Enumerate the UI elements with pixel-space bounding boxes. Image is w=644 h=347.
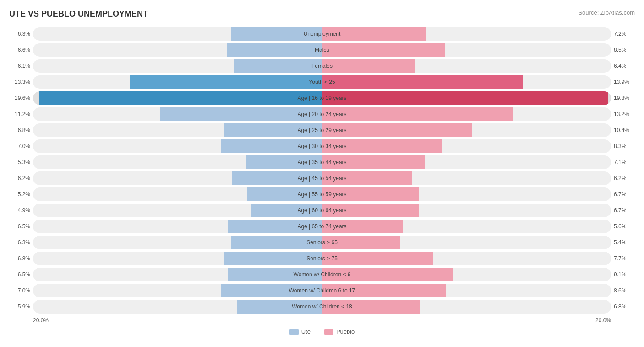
bar-label-10: Age | 55 to 59 years <box>297 191 346 198</box>
val-right-10: 6.7% <box>611 191 635 198</box>
bar-row-9: 6.2%Age | 45 to 54 years6.2% <box>9 171 635 185</box>
val-right-13: 5.4% <box>611 239 635 246</box>
val-left-5: 11.2% <box>9 111 33 117</box>
bars-area-4: Age | 16 to 19 years <box>33 91 611 105</box>
val-right-9: 6.2% <box>611 175 635 182</box>
bar-row-1: 6.6%Males8.5% <box>9 43 635 57</box>
val-left-6: 6.8% <box>9 127 33 133</box>
bars-area-2: Females <box>33 59 611 73</box>
bar-row-8: 5.3%Age | 35 to 44 years7.1% <box>9 155 635 169</box>
val-left-17: 5.9% <box>9 303 33 310</box>
bar-row-7: 7.0%Age | 30 to 34 years8.3% <box>9 139 635 153</box>
bars-area-15: Women w/ Children < 6 <box>33 268 611 281</box>
bar-row-13: 6.3%Seniors > 655.4% <box>9 236 635 249</box>
val-right-2: 6.4% <box>611 63 635 69</box>
bar-row-5: 11.2%Age | 20 to 24 years13.2% <box>9 107 635 121</box>
chart-source: Source: ZipAtlas.com <box>578 9 635 16</box>
val-left-7: 7.0% <box>9 143 33 149</box>
pueblo-swatch <box>324 329 333 335</box>
bar-label-8: Age | 35 to 44 years <box>297 159 346 165</box>
val-right-11: 6.7% <box>611 207 635 214</box>
bars-area-9: Age | 45 to 54 years <box>33 171 611 185</box>
val-right-15: 9.1% <box>611 271 635 278</box>
ute-swatch <box>289 329 299 335</box>
axis-area: 20.0% 20.0% <box>33 317 611 324</box>
bars-area-10: Age | 55 to 59 years <box>33 187 611 201</box>
bars-area-12: Age | 65 to 74 years <box>33 220 611 233</box>
bar-label-2: Females <box>311 63 333 69</box>
bar-label-0: Unemployment <box>304 31 341 37</box>
val-left-2: 6.1% <box>9 63 33 69</box>
val-left-14: 6.8% <box>9 255 33 262</box>
val-left-16: 7.0% <box>9 287 33 294</box>
bars-area-0: Unemployment <box>33 27 611 41</box>
bar-row-11: 4.9%Age | 60 to 64 years6.7% <box>9 204 635 217</box>
legend-ute: Ute <box>289 328 311 335</box>
bars-area-16: Women w/ Children 6 to 17 <box>33 284 611 297</box>
bar-label-17: Women w/ Children < 18 <box>292 303 352 310</box>
val-right-16: 8.6% <box>611 287 635 294</box>
bars-area-11: Age | 60 to 64 years <box>33 204 611 217</box>
bar-row-15: 6.5%Women w/ Children < 69.1% <box>9 268 635 281</box>
bars-area-1: Males <box>33 43 611 57</box>
bar-label-3: Youth < 25 <box>309 79 335 85</box>
val-left-9: 6.2% <box>9 175 33 182</box>
chart-body: 6.3%Unemployment7.2%6.6%Males8.5%6.1%Fem… <box>9 27 635 314</box>
bar-label-1: Males <box>315 47 329 53</box>
val-right-5: 13.2% <box>611 111 635 117</box>
val-left-8: 5.3% <box>9 159 33 165</box>
val-right-12: 5.6% <box>611 223 635 230</box>
bar-label-9: Age | 45 to 54 years <box>297 175 346 182</box>
bar-label-7: Age | 30 to 34 years <box>297 143 346 149</box>
val-left-11: 4.9% <box>9 207 33 214</box>
val-right-17: 6.8% <box>611 303 635 310</box>
val-left-10: 5.2% <box>9 191 33 198</box>
bar-label-15: Women w/ Children < 6 <box>294 271 351 278</box>
bar-row-2: 6.1%Females6.4% <box>9 59 635 73</box>
bar-row-14: 6.8%Seniors > 757.7% <box>9 252 635 265</box>
chart-container: UTE VS PUEBLO UNEMPLOYMENT Source: ZipAt… <box>9 9 635 335</box>
bar-row-6: 6.8%Age | 25 to 29 years10.4% <box>9 123 635 137</box>
val-left-12: 6.5% <box>9 223 33 230</box>
bar-label-5: Age | 20 to 24 years <box>297 111 346 117</box>
legend-pueblo: Pueblo <box>324 328 355 335</box>
val-right-8: 7.1% <box>611 159 635 165</box>
bar-label-6: Age | 25 to 29 years <box>297 127 346 133</box>
val-right-3: 13.9% <box>611 79 635 85</box>
val-left-15: 6.5% <box>9 271 33 278</box>
chart-title: UTE VS PUEBLO UNEMPLOYMENT <box>9 9 148 19</box>
bar-label-4: Age | 16 to 19 years <box>297 95 346 101</box>
bars-area-8: Age | 35 to 44 years <box>33 155 611 169</box>
chart-header: UTE VS PUEBLO UNEMPLOYMENT Source: ZipAt… <box>9 9 635 19</box>
val-left-0: 6.3% <box>9 31 33 37</box>
val-left-1: 6.6% <box>9 47 33 53</box>
val-right-6: 10.4% <box>611 127 635 133</box>
legend-row: Ute Pueblo <box>9 328 635 335</box>
bar-label-12: Age | 65 to 74 years <box>297 223 346 230</box>
axis-row: 20.0% 20.0% <box>9 317 635 324</box>
axis-right-label: 20.0% <box>595 317 611 324</box>
val-left-3: 13.3% <box>9 79 33 85</box>
ute-label: Ute <box>301 328 311 335</box>
bars-area-7: Age | 30 to 34 years <box>33 139 611 153</box>
val-right-1: 8.5% <box>611 47 635 53</box>
bar-row-3: 13.3%Youth < 2513.9% <box>9 75 635 89</box>
bar-label-16: Women w/ Children 6 to 17 <box>289 287 355 294</box>
bar-row-0: 6.3%Unemployment7.2% <box>9 27 635 41</box>
bar-row-16: 7.0%Women w/ Children 6 to 178.6% <box>9 284 635 297</box>
bar-label-13: Seniors > 65 <box>306 239 338 246</box>
bar-row-4: 19.6%Age | 16 to 19 years19.8% <box>9 91 635 105</box>
bars-area-5: Age | 20 to 24 years <box>33 107 611 121</box>
val-right-0: 7.2% <box>611 31 635 37</box>
val-right-4: 19.8% <box>611 95 635 101</box>
axis-left-label: 20.0% <box>33 317 49 324</box>
bar-label-14: Seniors > 75 <box>306 255 338 262</box>
bar-row-17: 5.9%Women w/ Children < 186.8% <box>9 300 635 314</box>
bar-row-10: 5.2%Age | 55 to 59 years6.7% <box>9 187 635 201</box>
val-right-7: 8.3% <box>611 143 635 149</box>
bars-area-13: Seniors > 65 <box>33 236 611 249</box>
bars-area-17: Women w/ Children < 18 <box>33 300 611 314</box>
bars-area-3: Youth < 25 <box>33 75 611 89</box>
val-left-13: 6.3% <box>9 239 33 246</box>
bar-row-12: 6.5%Age | 65 to 74 years5.6% <box>9 220 635 233</box>
